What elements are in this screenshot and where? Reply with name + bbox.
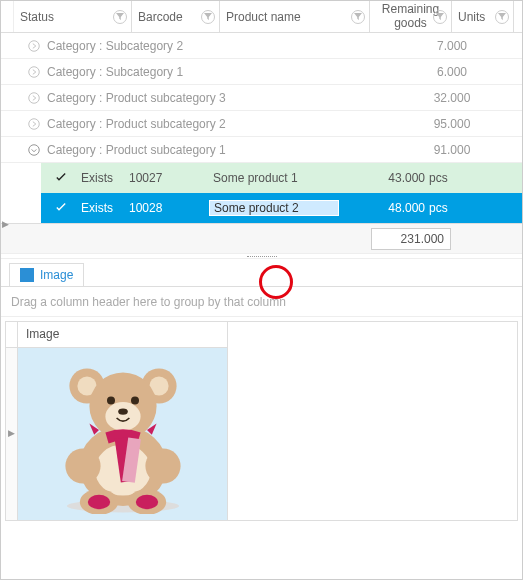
cell-product: Some product 1 xyxy=(209,171,339,185)
cell-status: Exists xyxy=(81,201,129,215)
column-header-barcode[interactable]: Barcode xyxy=(132,1,220,32)
group-label: Category : Subcategory 1 xyxy=(47,65,382,79)
cell-remaining: 48.000 xyxy=(339,201,429,215)
column-header-image[interactable]: Image xyxy=(18,322,228,348)
cell-remaining: 43.000 xyxy=(339,171,429,185)
column-header-product[interactable]: Product name xyxy=(220,1,370,32)
group-summary: 6.000 xyxy=(382,65,522,79)
filter-icon[interactable] xyxy=(433,10,447,24)
svg-point-4 xyxy=(29,144,40,155)
summary-total: 231.000 xyxy=(371,228,451,250)
cell-product-editing[interactable]: Some product 2 xyxy=(209,200,339,216)
svg-point-22 xyxy=(118,408,128,414)
group-summary: 7.000 xyxy=(382,39,522,53)
svg-point-13 xyxy=(145,448,180,483)
filter-icon[interactable] xyxy=(495,10,509,24)
column-label: Status xyxy=(20,10,54,24)
check-icon xyxy=(41,170,81,186)
group-summary: 95.000 xyxy=(382,117,522,131)
cell-barcode: 10027 xyxy=(129,171,209,185)
cell-units: pcs xyxy=(429,171,469,185)
expand-icon[interactable] xyxy=(21,39,47,53)
tab-image[interactable]: Image xyxy=(9,263,84,286)
filter-icon[interactable] xyxy=(351,10,365,24)
annotation-circle xyxy=(259,265,293,299)
cell-barcode: 10028 xyxy=(129,201,209,215)
expand-icon[interactable] xyxy=(21,91,47,105)
group-summary: 32.000 xyxy=(382,91,522,105)
column-label: Barcode xyxy=(138,10,183,24)
column-label: Product name xyxy=(226,10,301,24)
current-row-marker-icon: ▶ xyxy=(8,428,15,438)
group-summary: 91.000 xyxy=(382,143,522,157)
svg-point-2 xyxy=(29,92,40,103)
svg-point-0 xyxy=(29,40,40,51)
group-label: Category : Product subcategory 1 xyxy=(47,143,382,157)
expand-icon[interactable] xyxy=(21,117,47,131)
group-row[interactable]: Category : Product subcategory 332.000 xyxy=(1,85,522,111)
image-cell[interactable] xyxy=(18,348,228,520)
image-icon xyxy=(20,268,34,282)
data-row-selected[interactable]: Exists 10028 Some product 2 48.000 pcs xyxy=(41,193,522,223)
cell-units: pcs xyxy=(429,201,469,215)
summary-row: 231.000 xyxy=(1,223,522,253)
svg-point-12 xyxy=(65,448,100,483)
filter-icon[interactable] xyxy=(113,10,127,24)
svg-point-3 xyxy=(29,118,40,129)
tab-label: Image xyxy=(40,268,73,282)
row-indicator: ▶ xyxy=(6,348,18,520)
group-row[interactable]: Category : Subcategory 27.000 xyxy=(1,33,522,59)
svg-point-17 xyxy=(135,495,157,509)
image-grid: Image ▶ xyxy=(5,321,518,521)
check-icon xyxy=(41,200,81,216)
collapse-icon[interactable] xyxy=(21,143,47,157)
group-row[interactable]: Category : Product subcategory 191.000 xyxy=(1,137,522,163)
expand-icon[interactable] xyxy=(21,65,47,79)
cell-status: Exists xyxy=(81,171,129,185)
current-row-marker-icon: ▶ xyxy=(2,219,9,229)
group-label: Category : Product subcategory 2 xyxy=(47,117,382,131)
data-row[interactable]: Exists 10027 Some product 1 43.000 pcs xyxy=(41,163,522,193)
grid-header: Status Barcode Product name Remaining go… xyxy=(1,1,522,33)
svg-point-1 xyxy=(29,66,40,77)
group-row[interactable]: Category : Subcategory 16.000 xyxy=(1,59,522,85)
row-indicator-header xyxy=(1,1,14,32)
group-label: Category : Product subcategory 3 xyxy=(47,91,382,105)
group-row[interactable]: Category : Product subcategory 295.000 xyxy=(1,111,522,137)
column-header-remaining[interactable]: Remaining goods xyxy=(370,1,452,32)
column-header-units[interactable]: Units xyxy=(452,1,514,32)
row-indicator-header xyxy=(6,322,18,348)
svg-point-19 xyxy=(105,402,140,431)
svg-point-15 xyxy=(87,495,109,509)
column-label: Units xyxy=(458,10,485,24)
product-image xyxy=(43,354,203,514)
group-label: Category : Subcategory 2 xyxy=(47,39,382,53)
svg-point-20 xyxy=(107,396,115,404)
column-header-status[interactable]: Status xyxy=(14,1,132,32)
svg-point-21 xyxy=(131,396,139,404)
filter-icon[interactable] xyxy=(201,10,215,24)
